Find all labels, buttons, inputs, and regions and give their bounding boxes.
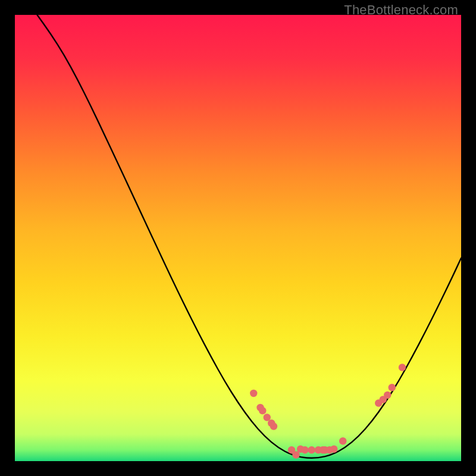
chart-frame: [15, 15, 461, 461]
scatter-dot: [259, 407, 266, 414]
scatter-dot: [292, 451, 299, 458]
scatter-dot: [330, 446, 337, 453]
scatter-dot: [399, 364, 406, 371]
scatter-dot: [270, 422, 277, 430]
chart-svg: [15, 15, 461, 461]
scatter-dot: [389, 384, 396, 391]
scatter-dot: [250, 390, 257, 397]
watermark-text: TheBottleneck.com: [344, 2, 458, 18]
scatter-dot: [301, 446, 308, 453]
scatter-dot: [308, 446, 315, 453]
gradient-background: [15, 15, 461, 461]
scatter-dot: [264, 414, 271, 421]
scatter-dot: [339, 437, 346, 444]
scatter-dot: [384, 392, 391, 399]
